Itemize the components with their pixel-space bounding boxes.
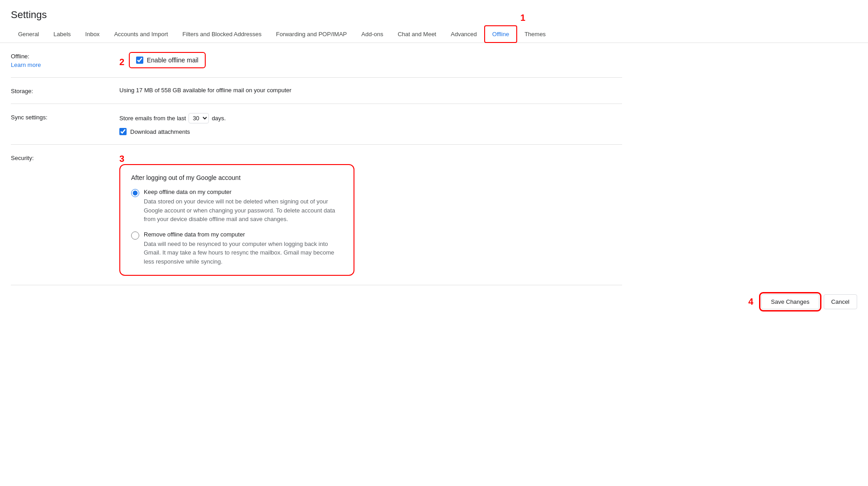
offline-value: 2 Enable offline mail [119, 52, 622, 68]
remove-data-title: Remove offline data from my computer [144, 231, 343, 238]
store-prefix: Store emails from the last [119, 115, 186, 122]
security-box: After logging out of my Google account K… [119, 164, 354, 276]
annotation-4: 4 [748, 297, 753, 307]
tab-inbox[interactable]: Inbox [78, 26, 107, 43]
tab-accounts[interactable]: Accounts and Import [107, 26, 175, 43]
keep-data-text: Keep offline data on my computer Data st… [144, 189, 343, 224]
sync-label: Sync settings: [11, 113, 119, 121]
download-attachments-checkbox[interactable] [119, 128, 127, 135]
offline-label: Offline: Learn more [11, 52, 119, 68]
storage-label-text: Storage: [11, 88, 33, 94]
remove-data-text: Remove offline data from my computer Dat… [144, 231, 343, 266]
tab-chat[interactable]: Chat and Meet [391, 26, 443, 43]
storage-value: Using 17 MB of 558 GB available for offl… [119, 87, 622, 94]
learn-more-link[interactable]: Learn more [11, 61, 119, 68]
annotation-3: 3 [119, 154, 124, 164]
offline-label-text: Offline: [11, 53, 29, 60]
security-label-text: Security: [11, 155, 34, 161]
storage-text: Using 17 MB of 558 GB available for offl… [119, 85, 292, 94]
tab-offline[interactable]: 1 Offline [484, 25, 517, 43]
tab-filters[interactable]: Filters and Blocked Addresses [175, 26, 269, 43]
store-suffix: days. [212, 115, 226, 122]
security-value: 3 After logging out of my Google account… [119, 154, 622, 276]
tab-offline-label: Offline [492, 31, 509, 38]
tab-advanced[interactable]: Advanced [443, 26, 484, 43]
sync-label-text: Sync settings: [11, 114, 47, 121]
sync-section: Sync settings: Store emails from the las… [11, 104, 622, 145]
storage-label: Storage: [11, 87, 119, 94]
remove-data-option: Remove offline data from my computer Dat… [131, 231, 343, 266]
security-box-title: After logging out of my Google account [131, 174, 343, 181]
remove-data-desc: Data will need to be resynced to your co… [144, 240, 343, 266]
sync-days-row: Store emails from the last 7 14 30 60 90… [119, 113, 622, 123]
settings-content: Offline: Learn more 2 Enable offline mai… [0, 43, 633, 285]
tab-general[interactable]: General [11, 26, 46, 43]
keep-data-desc: Data stored on your device will not be d… [144, 197, 343, 224]
page-title: Settings [0, 0, 868, 25]
tab-labels[interactable]: Labels [46, 26, 78, 43]
keep-data-title: Keep offline data on my computer [144, 189, 343, 195]
sync-days-select[interactable]: 7 14 30 60 90 [189, 113, 209, 123]
sync-value: Store emails from the last 7 14 30 60 90… [119, 113, 622, 135]
tab-addons[interactable]: Add-ons [354, 26, 390, 43]
actions-row: 4 Save Changes Cancel [0, 285, 868, 318]
remove-data-radio[interactable] [131, 231, 139, 240]
save-changes-button[interactable]: Save Changes [761, 294, 819, 309]
enable-offline-label: Enable offline mail [147, 57, 198, 64]
offline-section: Offline: Learn more 2 Enable offline mai… [11, 43, 622, 78]
cancel-button[interactable]: Cancel [824, 294, 857, 309]
storage-section: Storage: Using 17 MB of 558 GB available… [11, 78, 622, 104]
annotation-2: 2 [119, 57, 124, 67]
security-section: Security: 3 After logging out of my Goog… [11, 145, 622, 285]
keep-data-option: Keep offline data on my computer Data st… [131, 189, 343, 224]
tab-forwarding[interactable]: Forwarding and POP/IMAP [269, 26, 354, 43]
annotation-1: 1 [520, 13, 525, 23]
enable-offline-checkbox-container[interactable]: Enable offline mail [129, 52, 206, 68]
download-attachments-row: Download attachments [119, 128, 622, 135]
tabs-bar: General Labels Inbox Accounts and Import… [0, 25, 868, 43]
security-label: Security: [11, 154, 119, 161]
download-attachments-label[interactable]: Download attachments [130, 128, 190, 135]
tab-themes[interactable]: Themes [517, 26, 553, 43]
keep-data-radio[interactable] [131, 189, 139, 197]
enable-offline-checkbox[interactable] [136, 57, 143, 64]
